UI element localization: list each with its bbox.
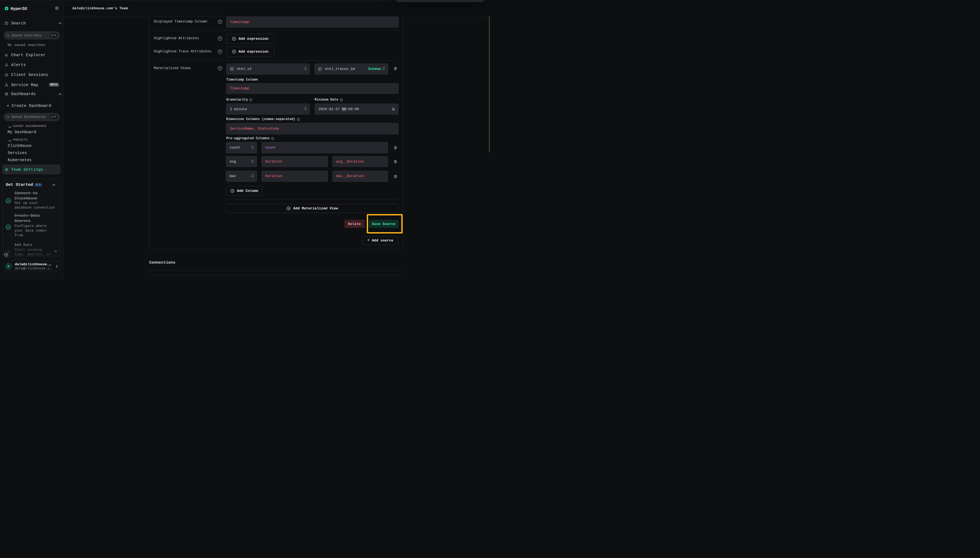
svg-text:?: ? bbox=[219, 37, 221, 40]
svg-text:?: ? bbox=[5, 253, 7, 256]
svg-text:?: ? bbox=[219, 51, 221, 53]
svg-text:?: ? bbox=[219, 67, 221, 70]
svg-text:?: ? bbox=[341, 99, 342, 101]
svg-text:?: ? bbox=[272, 138, 273, 140]
svg-text:?: ? bbox=[219, 21, 221, 24]
svg-text:?: ? bbox=[250, 99, 251, 101]
svg-text:?: ? bbox=[298, 118, 299, 121]
